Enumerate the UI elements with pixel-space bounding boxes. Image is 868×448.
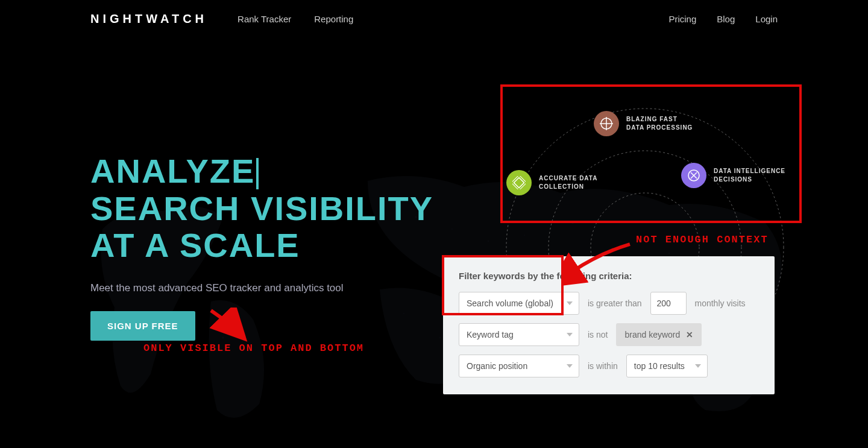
chevron-down-icon	[695, 364, 701, 368]
text-cursor	[256, 158, 259, 189]
cross-circle-icon	[681, 163, 706, 188]
diamond-icon	[506, 170, 532, 195]
filter-row-3: Organic position is within top 10 result…	[459, 355, 759, 377]
value-dropdown[interactable]: top 10 results	[626, 355, 708, 377]
annotation-arrow-1	[564, 238, 636, 286]
nav-blog[interactable]: Blog	[717, 14, 735, 24]
hero-line2: SEARCH VISIBILITY	[90, 189, 433, 227]
annotation-text-2: ONLY VISIBLE ON TOP AND BOTTOM	[143, 342, 364, 354]
annotation-text-1: NOT ENOUGH CONTEXT	[636, 234, 769, 245]
crosshair-icon	[594, 111, 619, 136]
field-dropdown[interactable]: Keyword tag	[459, 323, 579, 346]
suffix-text: monthly visits	[695, 298, 746, 308]
feature-data-intelligence: DATA INTELLIGENCE DECISIONS	[681, 163, 785, 188]
operator-text: is not	[588, 330, 608, 339]
hero-line3: AT A SCALE	[90, 226, 300, 264]
operator-text: is greater than	[588, 298, 642, 308]
nav-rank-tracker[interactable]: Rank Tracker	[237, 14, 291, 24]
nav-reporting[interactable]: Reporting	[314, 14, 353, 24]
header: NIGHTWATCH Rank Tracker Reporting Pricin…	[0, 0, 868, 38]
field-dropdown[interactable]: Search volume (global)	[459, 292, 579, 315]
feature-radar: BLAZING FAST DATA PROCESSING ACCURATE DA…	[500, 84, 802, 223]
dropdown-value: Keyword tag	[467, 330, 514, 339]
chevron-down-icon	[567, 333, 573, 336]
tag-chip: brand keyword ✕	[616, 323, 702, 346]
feature-label: BLAZING FAST DATA PROCESSING	[626, 115, 693, 132]
signup-button[interactable]: SIGN UP FREE	[90, 311, 195, 341]
field-dropdown[interactable]: Organic position	[459, 355, 579, 377]
filter-row-2: Keyword tag is not brand keyword ✕	[459, 323, 759, 346]
chevron-down-icon	[567, 301, 573, 305]
dropdown-value: Search volume (global)	[467, 298, 553, 308]
feature-blazing-fast: BLAZING FAST DATA PROCESSING	[594, 111, 693, 136]
svg-rect-18	[514, 178, 524, 188]
tag-label: brand keyword	[624, 330, 680, 339]
nav-pricing[interactable]: Pricing	[668, 14, 696, 24]
remove-tag-icon[interactable]: ✕	[686, 330, 693, 339]
chevron-down-icon	[567, 364, 573, 368]
annotation-arrow-2	[205, 308, 253, 344]
feature-label: ACCURATE DATA COLLECTION	[539, 174, 597, 191]
operator-text: is within	[588, 361, 618, 371]
hero-line1: ANALYZE	[90, 152, 255, 190]
dropdown-value: Organic position	[467, 361, 527, 371]
logo[interactable]: NIGHTWATCH	[90, 12, 207, 26]
filter-row-1: Search volume (global) is greater than m…	[459, 292, 759, 315]
dropdown-value: top 10 results	[634, 361, 685, 371]
feature-accurate-data: ACCURATE DATA COLLECTION	[506, 170, 597, 195]
feature-label: DATA INTELLIGENCE DECISIONS	[714, 167, 785, 184]
value-input[interactable]	[650, 292, 687, 315]
nav-login[interactable]: Login	[755, 14, 778, 24]
